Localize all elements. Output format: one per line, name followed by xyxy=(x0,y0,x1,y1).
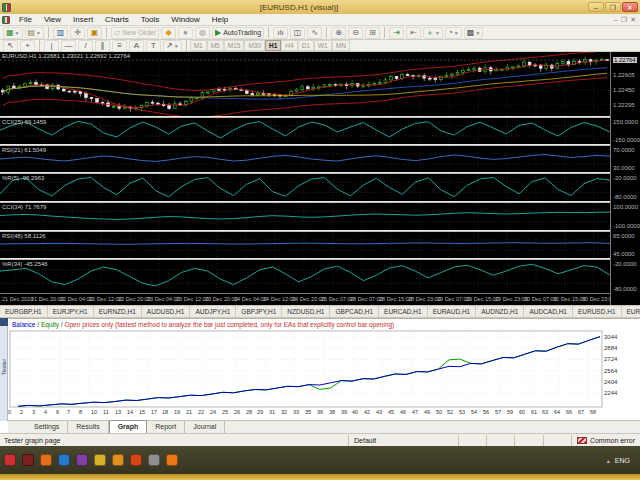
timeframe-m1-button[interactable]: M1 xyxy=(190,40,207,51)
tile-windows-button[interactable]: ⊞ xyxy=(365,27,380,39)
menu-view[interactable]: View xyxy=(38,14,67,25)
taskbar-tray[interactable]: ▴ ENG xyxy=(607,457,636,464)
indicator-window-6[interactable]: %R(34) -45.2546 xyxy=(0,260,610,293)
chart-shift-button[interactable]: ⇤ xyxy=(406,27,421,39)
tester-panel-pin-icon[interactable] xyxy=(0,318,8,326)
candlestick-button[interactable]: ◫ xyxy=(290,27,305,39)
taskbar-app-2[interactable] xyxy=(22,454,34,466)
crosshair-button[interactable]: + xyxy=(20,40,35,52)
connection-status[interactable]: Common error xyxy=(571,435,640,446)
channel-button[interactable]: ∥ xyxy=(95,40,110,52)
chart-tab-eurnzd[interactable]: EURNZD,H1 xyxy=(94,306,142,317)
chart-tab-audjpy[interactable]: AUDJPY,H1 xyxy=(190,306,236,317)
vertical-line-button[interactable]: | xyxy=(44,40,59,52)
cursor-button[interactable]: ↖ xyxy=(3,40,18,52)
autotrading-button[interactable]: ▶AutoTrading xyxy=(212,27,264,39)
minimize-button[interactable]: – xyxy=(588,2,604,12)
indicator-canvas[interactable] xyxy=(0,203,610,230)
child-window-control-icon[interactable]: ❐ xyxy=(621,16,627,24)
chart-tab-audusd[interactable]: AUDUSD,H1 xyxy=(142,306,191,317)
indicator-canvas[interactable] xyxy=(0,118,610,144)
chart-tab-eurgbp[interactable]: EURGBP,H1 xyxy=(0,306,48,317)
time-axis[interactable]: 21 Dec 202021 Dec 20:0022 Dec 04:0022 De… xyxy=(0,293,610,305)
market-watch-button[interactable]: ▥ xyxy=(53,27,68,39)
chart-tab-audcad[interactable]: AUDCAD,H1 xyxy=(524,306,573,317)
terminal-button[interactable]: ▣ xyxy=(87,27,102,39)
chart-tab-eurchf[interactable]: EURCHF,H1 xyxy=(622,306,640,317)
chart-tab-euraud[interactable]: EURAUD,H1 xyxy=(428,306,477,317)
horizontal-line-button[interactable]: — xyxy=(61,40,76,52)
auto-scroll-button[interactable]: ⇥ xyxy=(389,27,404,39)
account-icon[interactable]: ● xyxy=(178,27,193,39)
menu-insert[interactable]: Insert xyxy=(67,14,99,25)
menu-charts[interactable]: Charts xyxy=(99,14,135,25)
price-axis[interactable]: 1.227641.226051.224501.22295150.0000-150… xyxy=(610,52,640,305)
timeframe-w1-button[interactable]: W1 xyxy=(314,40,332,51)
chart-tab-eurjpy[interactable]: EURJPY,H1 xyxy=(48,306,94,317)
navigator-button[interactable]: ✛ xyxy=(70,27,85,39)
tester-tab-results[interactable]: Results xyxy=(68,421,108,433)
profile-cell[interactable]: Default xyxy=(348,435,458,446)
timeframe-h1-button[interactable]: H1 xyxy=(265,40,281,51)
zoom-out-button[interactable]: ⊖ xyxy=(348,27,363,39)
timeframe-h4-button[interactable]: H4 xyxy=(281,40,297,51)
bar-chart-button[interactable]: ılı xyxy=(273,27,288,39)
close-button[interactable]: ✕ xyxy=(622,2,638,12)
language-indicator[interactable]: ENG xyxy=(615,457,630,464)
taskbar-app-firefox[interactable] xyxy=(40,454,52,466)
chart-tab-audnzd[interactable]: AUDNZD,H1 xyxy=(476,306,524,317)
taskbar-app-folder[interactable] xyxy=(94,454,106,466)
main-chart[interactable]: EURUSD,H1 1.22681 1.23021 1.22692 1.2276… xyxy=(0,52,610,116)
child-window-control-icon[interactable]: – xyxy=(614,16,618,24)
indicator-window-1[interactable]: CCI(25) 69.1459 xyxy=(0,118,610,144)
chart-tab-eurcad[interactable]: EURCAD,H1 xyxy=(379,306,428,317)
tester-tab-journal[interactable]: Journal xyxy=(185,421,225,433)
taskbar-app-7[interactable] xyxy=(112,454,124,466)
templates-button[interactable]: ▩▼ xyxy=(464,27,484,39)
fibonacci-button[interactable]: ≡ xyxy=(112,40,127,52)
indicator-canvas[interactable] xyxy=(0,260,610,293)
main-chart-canvas[interactable] xyxy=(0,52,610,116)
arrows-button[interactable]: ↗▼ xyxy=(163,40,182,52)
expert-advisors-icon[interactable]: ◆ xyxy=(161,27,176,39)
indicator-window-2[interactable]: RSI(21) 61.5049 xyxy=(0,146,610,172)
text-button[interactable]: A xyxy=(129,40,144,52)
child-window-control-icon[interactable]: ✕ xyxy=(630,16,636,24)
indicator-canvas[interactable] xyxy=(0,232,610,258)
timeframe-m15-button[interactable]: M15 xyxy=(224,40,245,51)
new-chart-button[interactable]: ▦▼ xyxy=(3,27,23,39)
tester-tab-graph[interactable]: Graph xyxy=(109,420,148,433)
menu-window[interactable]: Window xyxy=(165,14,205,25)
tester-tab-report[interactable]: Report xyxy=(147,421,185,433)
menu-tools[interactable]: Tools xyxy=(135,14,166,25)
chart-tab-nzdusd[interactable]: NZDUSD,H1 xyxy=(282,306,330,317)
indicators-button[interactable]: ＋▼ xyxy=(423,27,443,39)
indicator-canvas[interactable] xyxy=(0,146,610,172)
taskbar-app-vlc[interactable] xyxy=(130,454,142,466)
tester-tab-settings[interactable]: Settings xyxy=(26,421,68,433)
indicator-window-4[interactable]: CCI(34) 71.7679 xyxy=(0,203,610,230)
community-icon[interactable]: ◍ xyxy=(195,27,210,39)
chart-tab-eurusd[interactable]: EURUSD,H1 xyxy=(573,306,622,317)
periods-button[interactable]: ◔▼ xyxy=(445,27,462,39)
indicator-window-3[interactable]: %R(5) -96.2963 xyxy=(0,174,610,201)
tester-panel-caption[interactable]: Tester xyxy=(0,318,8,421)
text-label-button[interactable]: T xyxy=(146,40,161,52)
title-bar[interactable]: [EURUSD,H1 (visual)] – ❐ ✕ xyxy=(0,0,640,14)
taskbar-app-5[interactable] xyxy=(76,454,88,466)
trendline-button[interactable]: / xyxy=(78,40,93,52)
chart-tab-gbpcad[interactable]: GBPCAD,H1 xyxy=(330,306,379,317)
taskbar-app-firefox2[interactable] xyxy=(166,454,178,466)
timeframe-d1-button[interactable]: D1 xyxy=(298,40,314,51)
profiles-button[interactable]: ▤▼ xyxy=(25,27,45,39)
chart-tab-gbpjpy[interactable]: GBPJPY,H1 xyxy=(236,306,282,317)
timeframe-m30-button[interactable]: M30 xyxy=(244,40,265,51)
timeframe-m5-button[interactable]: M5 xyxy=(207,40,224,51)
maximize-button[interactable]: ❐ xyxy=(605,2,621,12)
indicator-window-5[interactable]: RSI(48) 58.1126 xyxy=(0,232,610,258)
menu-help[interactable]: Help xyxy=(206,14,234,25)
indicator-canvas[interactable] xyxy=(0,174,610,201)
taskbar-app-4[interactable] xyxy=(58,454,70,466)
line-chart-button[interactable]: ∿ xyxy=(307,27,322,39)
zoom-in-button[interactable]: ⊕ xyxy=(331,27,346,39)
